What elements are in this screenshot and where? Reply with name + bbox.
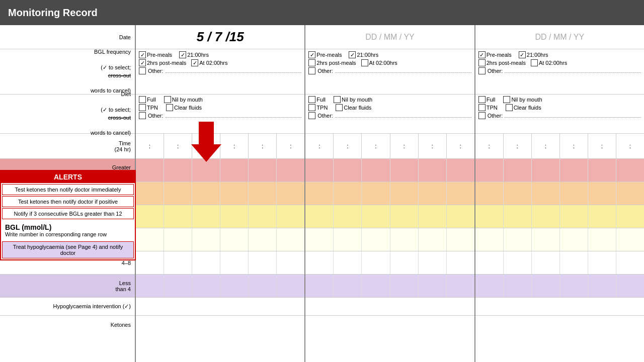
- clear-check-1[interactable]: Clear fluids: [166, 104, 202, 111]
- time21-checkbox-3[interactable]: [519, 51, 526, 58]
- nil-checkbox-2[interactable]: [334, 96, 341, 103]
- date-3: DD / MM / YY: [475, 25, 644, 49]
- full-checkbox-2[interactable]: [308, 96, 315, 103]
- other-diet-checkbox-3[interactable]: [478, 112, 486, 119]
- data-row-1620-2: [305, 182, 474, 205]
- label-bgl-freq: BGL frequency (✓ to select; cross-out wo…: [0, 49, 135, 95]
- hrs2-check-2[interactable]: 2hrs post-meals: [308, 59, 356, 66]
- nil-checkbox-3[interactable]: [503, 96, 510, 103]
- hypo-row-3: [475, 298, 644, 316]
- other-diet-checkbox-2[interactable]: [308, 112, 315, 119]
- data-row-1216-1: [136, 205, 304, 228]
- data-row-gt20-1: [136, 159, 304, 182]
- bgl-freq-1: Pre-meals 21:00hrs 2hrs post-meals: [136, 49, 304, 95]
- data-row-lt4-1: [136, 275, 304, 298]
- label-column: Date BGL frequency (✓ to select; cross-o…: [0, 25, 136, 362]
- hrs2-checkbox-2[interactable]: [308, 59, 315, 66]
- label-time: Time (24 hr): [0, 134, 135, 159]
- alert-item-3: Notify if 3 consecutive BGLs greater tha…: [2, 208, 134, 219]
- nil-checkbox-1[interactable]: [164, 96, 171, 103]
- time-subcol-1-6: :: [277, 134, 304, 158]
- page-header: Monitoring Record: [0, 0, 644, 25]
- full-checkbox-1[interactable]: [139, 96, 146, 103]
- hrs2-checkbox-1[interactable]: [139, 59, 146, 66]
- ketones-row-3: [475, 316, 644, 334]
- time21-checkbox-2[interactable]: [349, 51, 356, 58]
- tpn-checkbox-3[interactable]: [478, 104, 486, 111]
- at0200-checkbox-1[interactable]: [191, 59, 198, 66]
- label-range-lt4: Less than 4: [0, 275, 135, 298]
- tpn-checkbox-2[interactable]: [308, 104, 315, 111]
- nil-check-2[interactable]: Nil by mouth: [334, 96, 372, 103]
- data-row-1620-1: [136, 182, 304, 205]
- tpn-check-3[interactable]: TPN: [478, 104, 498, 111]
- full-check-1[interactable]: Full: [139, 96, 156, 103]
- time21-checkbox-1[interactable]: [179, 51, 186, 58]
- monitoring-record: Monitoring Record Date BGL frequency (✓ …: [0, 0, 644, 362]
- premeal-check-1[interactable]: Pre-meals: [139, 51, 172, 58]
- data-row-lt4-3: [475, 275, 644, 298]
- tpn-check-1[interactable]: TPN: [139, 104, 158, 111]
- data-row-812-2: [305, 228, 474, 251]
- hrs2-checkbox-3[interactable]: [478, 59, 486, 66]
- premeal-checkbox-2[interactable]: [308, 51, 315, 58]
- data-row-48-2: [305, 251, 474, 275]
- data-row-48-1: [136, 251, 304, 275]
- ketones-row-2: [305, 316, 474, 334]
- full-check-3[interactable]: Full: [478, 96, 496, 103]
- premeal-checkbox-1[interactable]: [139, 51, 146, 58]
- at0200-check-1[interactable]: At 02:00hrs: [191, 59, 227, 66]
- nil-check-1[interactable]: Nil by mouth: [164, 96, 203, 103]
- time21-check-3[interactable]: 21:00hrs: [519, 51, 548, 58]
- premeal-check-2[interactable]: Pre-meals: [308, 51, 342, 58]
- nil-check-3[interactable]: Nil by mouth: [503, 96, 542, 103]
- time-subcol-1-3: :: [192, 134, 220, 158]
- tpn-checkbox-1[interactable]: [139, 104, 146, 111]
- data-row-1216-3: [475, 205, 644, 228]
- diet-3: Full Nil by mouth TPN: [475, 95, 644, 134]
- clear-check-2[interactable]: Clear fluids: [336, 104, 371, 111]
- diet-2: Full Nil by mouth TPN: [305, 95, 474, 134]
- data-row-1620-3: [475, 182, 644, 205]
- premeal-check-3[interactable]: Pre-meals: [478, 51, 512, 58]
- page-title: Monitoring Record: [8, 7, 98, 19]
- data-row-48-3: [475, 251, 644, 275]
- data-row-lt4-2: [305, 275, 474, 298]
- other-diet-checkbox-1[interactable]: [139, 112, 146, 119]
- diet-1: Full Nil by mouth TPN: [136, 95, 304, 134]
- alert-item-2: Test ketones then notify doctor if posit…: [2, 196, 134, 207]
- bgl-freq-3: Pre-meals 21:00hrs 2hrs post-meals: [475, 49, 644, 95]
- at0200-checkbox-3[interactable]: [531, 59, 538, 66]
- at0200-check-2[interactable]: At 02:00hrs: [361, 59, 397, 66]
- treat-item: Treat hypoglycaemia (see Page 4) and not…: [2, 241, 134, 258]
- other-bgl-checkbox-2[interactable]: [308, 67, 315, 74]
- data-row-1216-2: [305, 205, 474, 228]
- clear-checkbox-3[interactable]: [506, 104, 513, 111]
- hrs2-check-1[interactable]: 2hrs post-meals: [139, 59, 186, 66]
- bgl-info: BGL (mmol/L) Write number in correspondi…: [1, 220, 135, 240]
- time21-check-1[interactable]: 21:00hrs: [179, 51, 209, 58]
- date-column-1: 5 / 7 /15 Pre-meals 21:00hrs: [136, 25, 305, 362]
- label-hypo: Hypoglycaemia intervention (✓): [0, 298, 135, 316]
- date-column-2: DD / MM / YY Pre-meals 21:00hrs: [305, 25, 475, 362]
- at0200-checkbox-2[interactable]: [361, 59, 368, 66]
- data-row-gt20-2: [305, 159, 474, 182]
- hrs2-check-3[interactable]: 2hrs post-meals: [478, 59, 526, 66]
- label-diet: Diet (✓ to select; cross-out words to ca…: [0, 95, 135, 134]
- at0200-check-3[interactable]: At 02:00hrs: [531, 59, 567, 66]
- premeal-checkbox-3[interactable]: [478, 51, 486, 58]
- full-check-2[interactable]: Full: [308, 96, 326, 103]
- alerts-panel: ALERTS Test ketones then notify doctor i…: [0, 170, 136, 260]
- tpn-check-2[interactable]: TPN: [308, 104, 328, 111]
- other-bgl-checkbox-3[interactable]: [478, 67, 486, 74]
- clear-checkbox-2[interactable]: [336, 104, 343, 111]
- other-bgl-checkbox-1[interactable]: [139, 67, 146, 74]
- time-subcol-1-1: :: [136, 134, 164, 158]
- full-checkbox-3[interactable]: [478, 96, 486, 103]
- clear-checkbox-1[interactable]: [166, 104, 173, 111]
- clear-check-3[interactable]: Clear fluids: [506, 104, 541, 111]
- alerts-header: ALERTS: [1, 171, 135, 183]
- time21-check-2[interactable]: 21:00hrs: [349, 51, 378, 58]
- time-subcol-1-4: :: [220, 134, 249, 158]
- hypo-row-2: [305, 298, 474, 316]
